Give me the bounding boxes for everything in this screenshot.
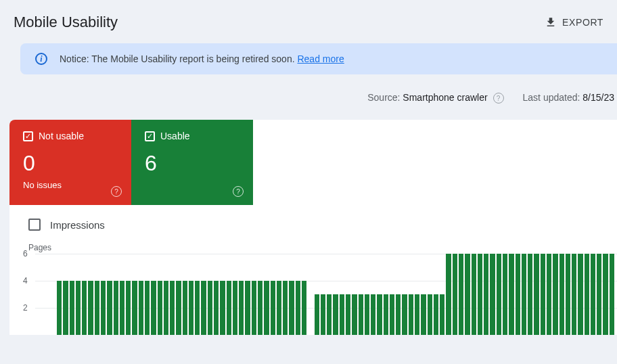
bar xyxy=(396,294,401,335)
bar xyxy=(346,294,350,335)
bar xyxy=(126,281,131,335)
bar xyxy=(365,294,369,335)
bar xyxy=(139,281,143,335)
bar xyxy=(465,254,470,335)
tile-label: Not usable xyxy=(39,131,84,141)
bar xyxy=(591,254,595,335)
bar xyxy=(170,281,175,335)
bar xyxy=(472,254,476,335)
bar xyxy=(220,281,225,335)
bar xyxy=(534,254,539,335)
bar xyxy=(120,281,124,335)
bar xyxy=(132,281,137,335)
bar xyxy=(497,254,501,335)
bar xyxy=(70,281,74,335)
bar xyxy=(252,281,256,335)
y-axis-label: Pages xyxy=(28,243,617,252)
bar xyxy=(446,254,451,335)
checkbox-checked-icon[interactable] xyxy=(23,131,33,141)
tile-subtext: No issues xyxy=(23,180,120,190)
bar xyxy=(333,294,338,335)
bar xyxy=(421,294,426,335)
bar xyxy=(183,281,187,335)
bar xyxy=(415,294,419,335)
bar xyxy=(402,294,407,335)
bar xyxy=(296,281,300,335)
bar xyxy=(371,294,375,335)
bar xyxy=(239,281,244,335)
bar xyxy=(509,254,513,335)
checkbox-unchecked-icon[interactable] xyxy=(28,219,41,231)
export-button[interactable]: EXPORT xyxy=(545,16,603,28)
source-value: Smartphone crawler xyxy=(403,92,487,103)
bar xyxy=(264,281,269,335)
bar xyxy=(145,281,150,335)
notice-banner: Notice: The Mobile Usability report is b… xyxy=(20,43,617,74)
tile-head: Not usable xyxy=(23,131,120,141)
tile-label: Usable xyxy=(160,131,190,141)
bar xyxy=(82,281,87,335)
y-tick: 6 xyxy=(23,249,28,258)
bar xyxy=(541,254,545,335)
pages-chart: Pages 246 xyxy=(9,237,617,335)
meta-row: Source: Smartphone crawler Last updated:… xyxy=(0,74,617,120)
tile-usable[interactable]: Usable 6 xyxy=(131,120,253,205)
bar xyxy=(490,254,495,335)
bar xyxy=(195,281,200,335)
bar xyxy=(283,281,288,335)
bar xyxy=(176,281,181,335)
tile-not-usable[interactable]: Not usable 0 No issues xyxy=(9,120,131,205)
help-icon[interactable] xyxy=(111,186,122,197)
y-tick: 4 xyxy=(23,276,28,286)
bar xyxy=(95,281,99,335)
updated-info: Last updated: 8/15/23 xyxy=(523,92,614,104)
bar xyxy=(559,254,564,335)
bar xyxy=(63,281,68,335)
download-icon xyxy=(545,16,557,28)
bar xyxy=(603,254,608,335)
help-icon[interactable] xyxy=(493,93,504,104)
bar xyxy=(459,254,463,335)
bar xyxy=(214,281,219,335)
read-more-link[interactable]: Read more xyxy=(297,53,344,64)
help-icon[interactable] xyxy=(233,186,244,197)
page-header: Mobile Usability EXPORT xyxy=(0,0,617,43)
bars-container xyxy=(57,254,614,335)
bar xyxy=(114,281,118,335)
bar xyxy=(201,281,206,335)
bar xyxy=(566,254,570,335)
bar xyxy=(340,294,344,335)
bar xyxy=(453,254,457,335)
bar xyxy=(516,254,520,335)
chart-plot: 246 xyxy=(35,254,617,335)
source-info: Source: Smartphone crawler xyxy=(367,92,503,104)
bar xyxy=(277,281,281,335)
bar xyxy=(528,254,532,335)
bar xyxy=(258,281,262,335)
bar xyxy=(245,281,250,335)
bar xyxy=(522,254,526,335)
checkbox-checked-icon[interactable] xyxy=(145,131,155,141)
bar xyxy=(227,281,231,335)
bar xyxy=(164,281,168,335)
bar xyxy=(302,281,306,335)
notice-text: Notice: The Mobile Usability report is b… xyxy=(60,53,344,64)
bar xyxy=(478,254,482,335)
page-title: Mobile Usability xyxy=(14,14,118,31)
bar xyxy=(289,281,294,335)
bar xyxy=(503,254,507,335)
bar xyxy=(578,254,582,335)
bar xyxy=(384,294,388,335)
bar xyxy=(189,281,193,335)
bar xyxy=(409,294,413,335)
bar xyxy=(553,254,557,335)
updated-label: Last updated: xyxy=(523,92,580,103)
bar xyxy=(101,281,106,335)
impressions-toggle[interactable]: Impressions xyxy=(9,205,617,237)
bar xyxy=(440,294,444,335)
bar xyxy=(151,281,156,335)
bar xyxy=(208,281,212,335)
info-icon xyxy=(35,53,47,65)
tile-value: 0 xyxy=(23,151,120,176)
bar xyxy=(434,294,438,335)
